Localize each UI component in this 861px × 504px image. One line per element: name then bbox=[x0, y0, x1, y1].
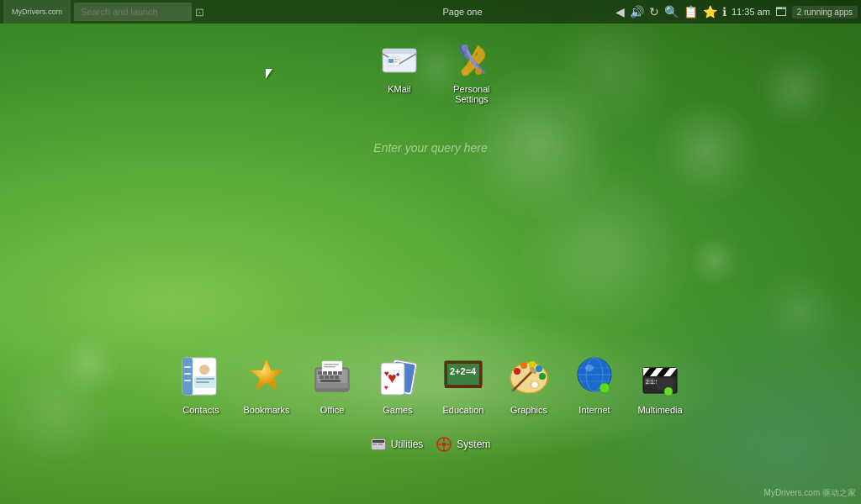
svg-rect-28 bbox=[324, 366, 335, 368]
desktop-icons-top: KMail Personal Settings bbox=[370, 40, 501, 104]
education-app[interactable]: 2+2=4 Education bbox=[430, 346, 496, 420]
svg-rect-88 bbox=[372, 444, 377, 445]
svg-line-64 bbox=[512, 390, 514, 391]
svg-point-59 bbox=[529, 361, 536, 368]
svg-rect-20 bbox=[196, 378, 214, 380]
graphics-app[interactable]: Graphics bbox=[496, 346, 562, 420]
svg-rect-5 bbox=[394, 61, 398, 63]
office-app[interactable]: Office bbox=[299, 346, 365, 420]
bookmarks-app[interactable]: Bookmarks bbox=[234, 346, 299, 420]
utilities-icon bbox=[371, 438, 386, 450]
svg-rect-39 bbox=[315, 388, 349, 391]
query-text[interactable]: Enter your query here bbox=[0, 141, 861, 155]
svg-rect-4 bbox=[394, 59, 399, 60]
education-icon: 2+2=4 bbox=[440, 353, 487, 400]
svg-point-71 bbox=[585, 365, 594, 371]
clock: 11:35 am bbox=[732, 7, 770, 17]
svg-point-12 bbox=[475, 68, 482, 75]
multimedia-label: Multimedia bbox=[637, 405, 682, 415]
svg-rect-53 bbox=[479, 361, 482, 388]
svg-point-84 bbox=[664, 387, 673, 396]
svg-rect-32 bbox=[333, 371, 337, 375]
multimedia-icon: 2:1:5 bbox=[637, 353, 684, 400]
svg-point-57 bbox=[514, 368, 520, 375]
svg-rect-30 bbox=[323, 371, 327, 375]
svg-rect-87 bbox=[372, 440, 384, 443]
kmail-label: KMail bbox=[388, 84, 411, 94]
window-manager-icon[interactable]: 🗔 bbox=[775, 5, 787, 18]
svg-point-18 bbox=[199, 365, 209, 375]
games-app[interactable]: ♥ ♥ ♠ ♥ Games bbox=[365, 346, 430, 420]
svg-rect-38 bbox=[320, 380, 341, 382]
internet-icon bbox=[571, 353, 618, 400]
graphics-label: Graphics bbox=[510, 405, 547, 415]
svg-rect-1 bbox=[383, 49, 416, 54]
svg-point-56 bbox=[532, 382, 538, 388]
kmail-svg bbox=[379, 40, 420, 81]
volume-icon[interactable]: 🔊 bbox=[630, 5, 644, 18]
games-icon: ♥ ♥ ♠ ♥ bbox=[374, 353, 421, 400]
svg-rect-3 bbox=[388, 59, 394, 63]
svg-point-11 bbox=[462, 45, 468, 51]
search-icon[interactable]: 🔍 bbox=[664, 5, 679, 18]
multimedia-app[interactable]: 2:1:5 Multimedia bbox=[627, 346, 693, 420]
svg-point-61 bbox=[539, 373, 546, 380]
education-label: Education bbox=[443, 405, 484, 415]
svg-point-72 bbox=[600, 383, 610, 393]
taskbar: MyDrivers.com ⊡ Page one ◀ 🔊 ↻ 🔍 📋 ⭐ ℹ 1… bbox=[0, 0, 861, 24]
kmail-icon[interactable]: KMail bbox=[370, 40, 429, 104]
star-icon[interactable]: ⭐ bbox=[703, 5, 717, 18]
bookmarks-icon bbox=[243, 353, 290, 400]
svg-rect-34 bbox=[320, 375, 324, 379]
utilities-app[interactable]: Utilities bbox=[371, 437, 424, 452]
back-icon[interactable]: ◀ bbox=[615, 5, 625, 18]
page-label: Page one bbox=[442, 7, 482, 17]
personal-settings-label: Personal Settings bbox=[442, 84, 501, 104]
clipboard-icon[interactable]: 📋 bbox=[684, 5, 698, 18]
svg-rect-35 bbox=[325, 375, 329, 379]
personal-settings-svg bbox=[452, 40, 492, 81]
system-app[interactable]: System bbox=[436, 437, 490, 452]
svg-rect-52 bbox=[445, 361, 447, 388]
utilities-label: Utilities bbox=[391, 438, 424, 450]
svg-rect-89 bbox=[378, 444, 383, 445]
svg-rect-16 bbox=[184, 373, 191, 375]
app-grid: Contacts Bookmarks bbox=[0, 346, 861, 420]
svg-rect-37 bbox=[335, 375, 339, 379]
svg-rect-29 bbox=[318, 371, 322, 375]
system-label: System bbox=[457, 438, 490, 450]
search-input[interactable] bbox=[74, 3, 192, 21]
games-label: Games bbox=[383, 405, 412, 415]
mouse-cursor bbox=[266, 69, 272, 79]
contacts-icon bbox=[177, 353, 224, 400]
graphics-icon bbox=[505, 353, 552, 400]
contacts-label: Contacts bbox=[182, 405, 219, 415]
watermark: MyDrivers.com 驱动之家 bbox=[764, 487, 856, 499]
contacts-app[interactable]: Contacts bbox=[168, 346, 234, 420]
personal-settings-icon[interactable]: Personal Settings bbox=[442, 40, 501, 104]
svg-text:♥: ♥ bbox=[388, 370, 397, 386]
svg-point-60 bbox=[536, 365, 542, 372]
svg-point-95 bbox=[442, 443, 446, 447]
internet-app[interactable]: Internet bbox=[562, 346, 627, 420]
system-icon bbox=[436, 437, 452, 452]
svg-rect-31 bbox=[328, 371, 332, 375]
running-apps: 2 running apps bbox=[792, 6, 858, 18]
taskbar-logo: MyDrivers.com bbox=[3, 0, 71, 24]
window-icon[interactable]: ⊡ bbox=[195, 6, 204, 18]
logo-text: MyDrivers.com bbox=[12, 8, 62, 16]
taskbar-pager: Page one bbox=[309, 7, 615, 17]
svg-rect-36 bbox=[330, 375, 334, 379]
bookmarks-label: Bookmarks bbox=[243, 405, 289, 415]
sub-icons-row: Utilities System bbox=[0, 437, 861, 452]
svg-point-58 bbox=[520, 362, 527, 369]
svg-text:2+2=4: 2+2=4 bbox=[450, 366, 477, 376]
svg-rect-17 bbox=[184, 380, 191, 381]
office-icon bbox=[309, 353, 356, 400]
svg-rect-21 bbox=[196, 381, 209, 383]
svg-rect-51 bbox=[445, 361, 482, 364]
info-icon[interactable]: ℹ bbox=[722, 5, 726, 18]
svg-rect-50 bbox=[445, 385, 482, 388]
refresh-icon[interactable]: ↻ bbox=[649, 5, 659, 18]
office-label: Office bbox=[320, 405, 345, 415]
